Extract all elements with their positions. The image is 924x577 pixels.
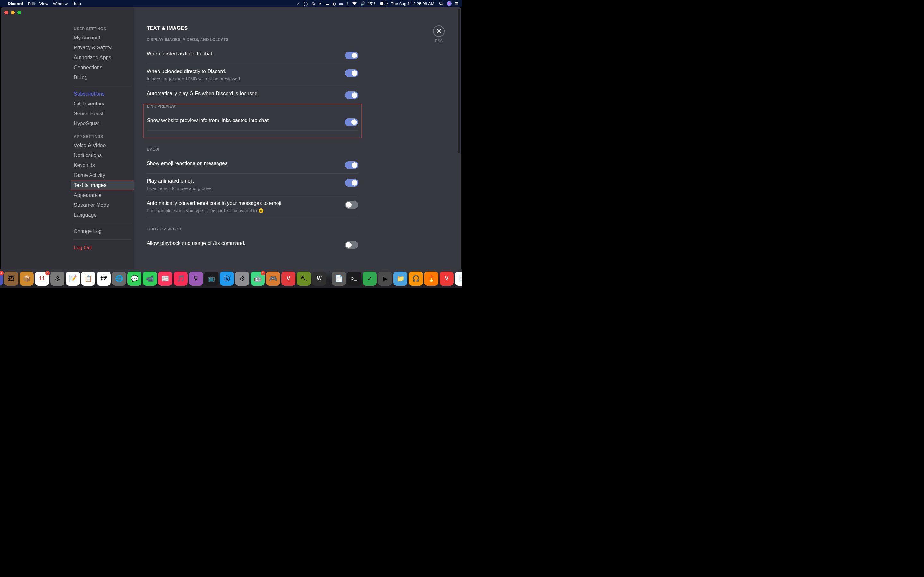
status-icon[interactable]: ⌬ [312, 1, 315, 6]
status-icon[interactable]: ✕ [318, 1, 322, 6]
sidebar-item-hypesquad[interactable]: HypeSquad [71, 119, 134, 129]
toggle-uploaded-directly[interactable] [345, 69, 359, 77]
sidebar-item-game-activity[interactable]: Game Activity [71, 171, 134, 180]
status-icon[interactable]: ◐ [333, 1, 336, 6]
dock-icon-vivaldi[interactable]: V [439, 271, 454, 285]
sidebar-item-subscriptions[interactable]: Subscriptions [71, 89, 134, 99]
sidebar-item-voice-video[interactable]: Voice & Video [71, 141, 134, 150]
dock-icon-teams[interactable]: 👥4 [0, 271, 3, 285]
dock-icon-maps[interactable]: 🗺 [97, 271, 111, 285]
setting-emoji-reactions: Show emoji reactions on messages. [147, 156, 359, 174]
dock-icon-podcasts2[interactable]: 🎧 [409, 271, 423, 285]
dock-icon-folder[interactable]: 📁 [393, 271, 407, 285]
dock-icon-tv[interactable]: 📺 [204, 271, 218, 285]
sidebar-item-privacy[interactable]: Privacy & Safety [71, 43, 134, 53]
dock-icon-pages[interactable]: 📄 [332, 271, 346, 285]
dock-badge: 2 [45, 271, 50, 276]
dock-icon-globe[interactable]: 🌐 [112, 271, 126, 285]
dock-icon-textedit[interactable]: 📄 [455, 271, 462, 285]
menu-window[interactable]: Window [53, 1, 68, 6]
setting-link-preview: Show website preview info from links pas… [147, 113, 358, 131]
toggle-tts-playback[interactable] [345, 241, 359, 249]
discord-settings-window: USER SETTINGS My Account Privacy & Safet… [1, 7, 461, 276]
wifi-icon[interactable] [352, 2, 357, 5]
dock-icon-shortcuts[interactable]: ⚙ [50, 271, 65, 285]
dock-icon-minecraft[interactable]: ⛏ [297, 271, 311, 285]
setting-title: When posted as links to chat. [147, 51, 338, 57]
menu-help[interactable]: Help [72, 1, 81, 6]
sidebar-item-text-images[interactable]: Text & Images [71, 181, 134, 190]
setting-convert-emoticons: Automatically convert emoticons in your … [147, 196, 359, 218]
sidebar-item-appearance[interactable]: Appearance [71, 190, 134, 200]
dock-icon-notes[interactable]: 📝 [66, 271, 80, 285]
dock-icon-terminal[interactable]: >_ [347, 271, 361, 285]
sidebar-item-gift-inventory[interactable]: Gift Inventory [71, 99, 134, 109]
dock-icon-winbox[interactable]: 📦 [19, 271, 34, 285]
setting-title: Automatically play GIFs when Discord is … [147, 91, 338, 97]
sidebar-item-logout[interactable]: Log Out [71, 243, 134, 253]
menubar-clock[interactable]: Tue Aug 11 3:25:08 AM [391, 1, 435, 6]
sidebar-item-my-account[interactable]: My Account [71, 33, 134, 43]
sidebar-category-app: APP SETTINGS [71, 134, 134, 139]
sidebar-category-user: USER SETTINGS [71, 27, 134, 31]
dock-icon-music[interactable]: 🎵 [174, 271, 188, 285]
window-maximize-button[interactable] [17, 11, 21, 15]
dock-icon-valorant[interactable]: V [281, 271, 296, 285]
dock-icon-preview[interactable]: 🖼 [4, 271, 18, 285]
sidebar-item-billing[interactable]: Billing [71, 73, 134, 82]
status-icon[interactable]: ◯ [304, 1, 309, 6]
sidebar-item-language[interactable]: Language [71, 210, 134, 220]
menubar-app-name[interactable]: Discord [8, 1, 23, 6]
setting-title: Automatically convert emoticons in your … [147, 200, 338, 206]
toggle-animated-emoji[interactable] [345, 179, 359, 187]
toggle-link-preview[interactable] [344, 118, 358, 126]
dock-icon-news[interactable]: 📰 [158, 271, 172, 285]
dock-icon-checkmark[interactable]: ✓ [363, 271, 376, 285]
menu-view[interactable]: View [39, 1, 48, 6]
dock-icon-reminders[interactable]: 📋 [81, 271, 95, 285]
bluetooth-icon[interactable]: ᛒ [346, 1, 349, 6]
battery-icon[interactable] [380, 2, 388, 5]
toggle-emoji-reactions[interactable] [345, 161, 359, 169]
dock-icon-sublime[interactable]: ▶ [378, 271, 392, 285]
dock-icon-messages[interactable]: 💬 [128, 271, 142, 285]
section-header-display-images: DISPLAY IMAGES, VIDEOS, AND LOLCATS [147, 37, 359, 42]
toggle-autoplay-gifs[interactable] [345, 91, 359, 99]
close-settings-button[interactable] [433, 25, 445, 37]
menu-edit[interactable]: Edit [27, 1, 35, 6]
window-minimize-button[interactable] [11, 11, 15, 15]
dock-icon-game1[interactable]: 🎮 [266, 271, 280, 285]
content-scrollbar[interactable] [457, 7, 460, 276]
sidebar-item-change-log[interactable]: Change Log [71, 227, 134, 236]
toggle-convert-emoticons[interactable] [345, 201, 359, 209]
dock-icon-settings[interactable]: ⚙ [235, 271, 249, 285]
sidebar-item-streamer-mode[interactable]: Streamer Mode [71, 200, 134, 210]
dock-icon-podcasts[interactable]: 🎙 [189, 271, 203, 285]
dock-icon-facetime[interactable]: 📹 [143, 271, 157, 285]
dock-icon-waterfox[interactable]: W [312, 271, 326, 285]
dock-icon-android[interactable]: 🤖1 [250, 271, 265, 285]
sidebar-item-server-boost[interactable]: Server Boost [71, 109, 134, 119]
sidebar-item-authorized-apps[interactable]: Authorized Apps [71, 53, 134, 63]
setting-title: Show website preview info from links pas… [147, 118, 338, 123]
toggle-posted-as-links[interactable] [345, 52, 359, 59]
window-close-button[interactable] [5, 11, 8, 15]
dock-icon-appstore[interactable]: Ⓐ [220, 271, 234, 285]
page-title: TEXT & IMAGES [147, 25, 359, 31]
svg-line-4 [442, 5, 443, 6]
settings-main: TEXT & IMAGES DISPLAY IMAGES, VIDEOS, AN… [134, 7, 461, 276]
setting-title: Show emoji reactions on messages. [147, 161, 338, 166]
dock-icon-blaze[interactable]: 🔥 [424, 271, 438, 285]
siri-icon[interactable] [447, 1, 452, 6]
airplay-icon[interactable]: ▭ [339, 1, 343, 6]
scrollbar-thumb[interactable] [457, 9, 460, 153]
sidebar-item-keybinds[interactable]: Keybinds [71, 161, 134, 170]
sidebar-item-connections[interactable]: Connections [71, 63, 134, 73]
dock-icon-calendar[interactable]: 112 [35, 271, 49, 285]
cloud-icon[interactable]: ☁︎ [325, 1, 329, 6]
sidebar-item-notifications[interactable]: Notifications [71, 151, 134, 160]
volume-icon[interactable]: 🔊 [360, 1, 365, 6]
spotlight-icon[interactable] [439, 1, 443, 6]
status-icon[interactable]: ✓ [297, 1, 300, 6]
control-center-icon[interactable]: ☰ [455, 1, 459, 6]
